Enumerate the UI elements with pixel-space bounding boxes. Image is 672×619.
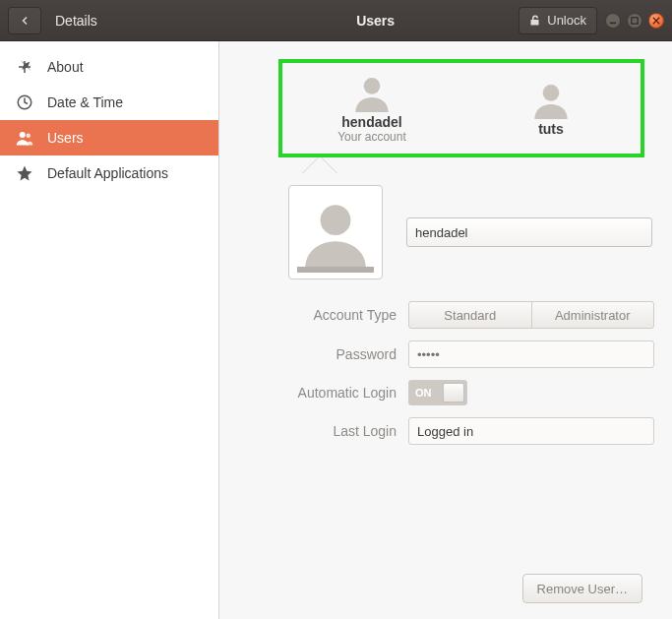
page-title: Users [232,13,519,29]
automatic-login-label: Automatic Login [259,385,397,401]
switch-knob [443,383,464,402]
avatar-icon [299,196,372,269]
back-button[interactable] [8,7,41,34]
full-name-input[interactable] [406,217,652,247]
user-name: tuts [538,121,564,137]
avatar-picker[interactable] [288,185,383,279]
svg-point-5 [364,78,381,94]
window-minimize-button[interactable] [605,13,621,29]
account-type-label: Account Type [259,307,397,323]
avatar-icon [531,80,571,119]
last-login-label: Last Login [259,423,397,439]
lock-icon [529,15,541,27]
selected-user-pointer [278,157,654,179]
account-type-segmented: Standard Administrator [408,301,654,329]
user-name: hendadel [341,114,401,130]
titlebar-section-label: Details [55,13,232,29]
user-detail-form: Account Type Standard Administrator Pass… [219,179,654,607]
window-maximize-button[interactable] [627,13,642,29]
user-subtitle: Your account [337,130,406,144]
account-type-administrator[interactable]: Administrator [532,302,654,328]
remove-user-button[interactable]: Remove User… [522,574,642,603]
svg-point-6 [543,85,560,101]
svg-point-3 [20,132,26,138]
automatic-login-switch[interactable]: ON [408,380,467,405]
svg-rect-1 [632,17,638,23]
sidebar-item-label: Users [47,130,84,146]
sidebar-item-label: Date & Time [47,94,123,110]
user-card[interactable]: hendadel Your account [282,73,461,144]
content: About Date & Time Users Default Applicat… [0,41,672,619]
users-list-highlight: hendadel Your account tuts [278,59,644,157]
sidebar: About Date & Time Users Default Applicat… [0,41,219,619]
svg-point-8 [321,205,351,235]
user-card[interactable]: tuts [461,80,641,137]
window-controls [605,13,664,29]
clock-icon [16,93,33,111]
sidebar-item-label: Default Applications [47,165,168,181]
chevron-left-icon [19,15,31,27]
unlock-button[interactable]: Unlock [519,7,597,34]
avatar-icon [352,73,392,112]
unlock-label: Unlock [547,13,586,28]
password-label: Password [259,346,397,362]
sidebar-item-label: About [47,59,84,75]
maximize-icon [631,17,639,25]
last-login-value: Logged in [408,417,654,445]
sidebar-item-datetime[interactable]: Date & Time [0,85,218,120]
titlebar: Details Users Unlock [0,0,672,41]
main-panel: hendadel Your account tuts [219,41,672,619]
users-icon [16,129,33,147]
star-icon [16,164,33,182]
account-type-standard[interactable]: Standard [409,302,532,328]
minimize-icon [609,17,617,25]
plus-icon [16,58,33,76]
sidebar-item-about[interactable]: About [0,49,218,85]
password-field[interactable]: ••••• [408,340,654,368]
sidebar-item-defaultapps[interactable]: Default Applications [0,155,218,191]
window-close-button[interactable] [648,13,664,29]
close-icon [652,17,660,25]
switch-on-label: ON [415,387,432,399]
sidebar-item-users[interactable]: Users [0,120,218,155]
svg-point-4 [27,134,31,139]
svg-rect-0 [610,22,616,24]
